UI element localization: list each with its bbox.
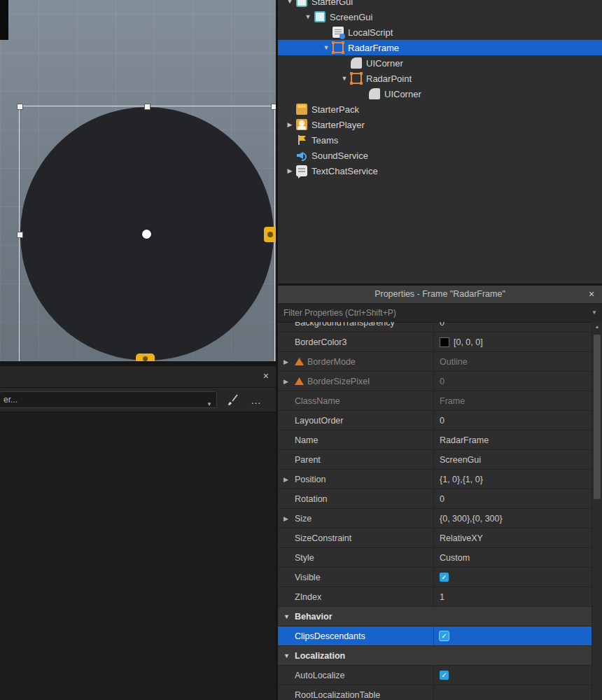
chevron-right-icon[interactable]: ▶	[284, 378, 295, 385]
resize-handle-middle-left[interactable]	[17, 232, 23, 238]
tree-item-startergui[interactable]: ▼StarterGui	[278, 0, 602, 9]
scrollbar-up-arrow-icon[interactable]: ▲	[592, 322, 602, 332]
resize-handle-top-right[interactable]	[271, 104, 276, 110]
chevron-down-icon[interactable]: ▼	[284, 0, 296, 5]
tree-item-teams[interactable]: Teams	[278, 132, 602, 148]
property-value-cell[interactable]: ✓	[434, 568, 592, 587]
chevron-down-icon[interactable]: ▼	[284, 613, 295, 620]
filter-properties-input[interactable]	[278, 304, 602, 322]
property-row-visible[interactable]: Visible✓	[278, 568, 592, 587]
tree-item-starterpack[interactable]: StarterPack	[278, 102, 602, 117]
resize-handle-top-middle[interactable]	[144, 104, 150, 110]
tree-item-radarframe[interactable]: ▼RadarFrame	[278, 40, 602, 55]
tree-item-label: StarterGui	[312, 0, 353, 7]
chevron-down-icon[interactable]: ▼	[302, 13, 314, 20]
property-row-bordersizepixel[interactable]: ▶BorderSizePixel0	[278, 372, 592, 391]
property-value-cell[interactable]: RadarFrame	[434, 430, 592, 449]
ui-handle-badge-bottom[interactable]	[136, 354, 155, 361]
chevron-right-icon[interactable]: ▶	[284, 476, 295, 483]
property-value-cell[interactable]: Frame	[434, 391, 592, 410]
property-row-style[interactable]: StyleCustom	[278, 548, 592, 568]
property-row-position[interactable]: ▶Position{1, 0},{1, 0}	[278, 470, 592, 489]
tree-item-soundservice[interactable]: SoundService	[278, 148, 602, 163]
property-row-bordermode[interactable]: ▶BorderModeOutline	[278, 352, 592, 372]
properties-scrollbar[interactable]: ▲	[592, 322, 602, 700]
property-name-cell: BackgroundTransparency	[278, 322, 434, 332]
property-value-cell[interactable]: 0	[434, 411, 592, 430]
tree-item-textchatservice[interactable]: ▶TextChatService	[278, 163, 602, 178]
tree-item-starterplayer[interactable]: ▶StarterPlayer	[278, 117, 602, 132]
property-row-autolocalize[interactable]: AutoLocalize✓	[278, 666, 592, 685]
property-value-cell[interactable]: 1	[434, 587, 592, 606]
tree-item-label: UICorner	[366, 58, 403, 69]
property-row-classname[interactable]: ClassNameFrame	[278, 391, 592, 411]
property-value-cell[interactable]	[434, 685, 592, 700]
game-viewport[interactable]	[0, 0, 276, 361]
close-icon[interactable]: ×	[585, 286, 598, 303]
property-value-cell[interactable]: Custom	[434, 548, 592, 567]
color-swatch[interactable]	[440, 337, 449, 347]
checkbox-checked-icon[interactable]: ✓	[440, 631, 449, 640]
property-row-rootlocalizationtable[interactable]: RootLocalizationTable	[278, 685, 592, 700]
chevron-down-icon: ▼	[206, 397, 212, 412]
properties-title: Properties - Frame "RadarFrame"	[374, 289, 505, 299]
checkbox-checked-icon[interactable]: ✓	[440, 573, 449, 582]
tree-item-uicorner[interactable]: UICorner	[278, 86, 602, 102]
property-row-bordercolor3[interactable]: BorderColor3[0, 0, 0]	[278, 332, 592, 352]
property-value-cell[interactable]: {0, 300},{0, 300}	[434, 509, 592, 528]
section-header-behavior[interactable]: ▼Behavior	[278, 607, 592, 626]
property-value-cell[interactable]: [0, 0, 0]	[434, 332, 592, 351]
chevron-down-icon[interactable]: ▼	[338, 75, 351, 82]
property-value: Custom	[440, 553, 470, 563]
resize-handle-top-left[interactable]	[17, 104, 23, 110]
property-row-rotation[interactable]: Rotation0	[278, 489, 592, 509]
property-row-zindex[interactable]: ZIndex1	[278, 587, 592, 607]
bottom-panel: × er... ▼ …	[0, 366, 276, 700]
tree-item-screengui[interactable]: ▼ScreenGui	[278, 9, 602, 24]
brush-icon[interactable]	[227, 393, 241, 407]
frame-icon	[332, 42, 344, 53]
property-row-size[interactable]: ▶Size{0, 300},{0, 300}	[278, 509, 592, 528]
chevron-right-icon[interactable]: ▶	[284, 515, 295, 522]
property-row-layoutorder[interactable]: LayoutOrder0	[278, 411, 592, 430]
property-row-backgroundtransparency[interactable]: BackgroundTransparency0	[278, 322, 592, 332]
property-value-cell[interactable]: 0	[434, 489, 592, 508]
chevron-right-icon[interactable]: ▶	[284, 121, 296, 128]
property-value-cell[interactable]: 0	[434, 372, 592, 391]
checkbox-checked-icon[interactable]: ✓	[440, 671, 449, 680]
section-header-localization[interactable]: ▼Localization	[278, 646, 592, 666]
property-value-cell[interactable]: ✓	[434, 666, 592, 685]
chevron-right-icon[interactable]: ▶	[284, 358, 295, 365]
property-value: {0, 300},{0, 300}	[440, 514, 503, 524]
property-row-parent[interactable]: ParentScreenGui	[278, 450, 592, 470]
section-label: Behavior	[295, 612, 332, 622]
chevron-down-icon[interactable]: ▼	[320, 44, 332, 51]
tree-item-uicorner[interactable]: UICorner	[278, 55, 602, 71]
property-row-sizeconstraint[interactable]: SizeConstraintRelativeXY	[278, 528, 592, 548]
property-value: [0, 0, 0]	[454, 337, 483, 347]
tree-item-label: ScreenGui	[330, 12, 372, 22]
property-value-cell[interactable]: 0	[434, 322, 592, 332]
chevron-down-icon[interactable]: ▼	[592, 309, 597, 316]
property-row-clipsdescendants[interactable]: ClipsDescendants✓	[278, 626, 592, 646]
property-value-cell[interactable]: Outline	[434, 352, 592, 371]
tree-item-radarpoint[interactable]: ▼RadarPoint	[278, 71, 602, 86]
filter-dropdown[interactable]: er... ▼	[0, 391, 217, 408]
ui-handle-badge-right[interactable]	[264, 227, 276, 242]
tree-item-label: LocalScript	[348, 27, 393, 38]
chevron-down-icon[interactable]: ▼	[284, 652, 295, 659]
close-icon[interactable]: ×	[263, 370, 269, 382]
property-name: AutoLocalize	[295, 671, 345, 680]
filter-dropdown-value: er...	[4, 395, 18, 405]
property-value-cell[interactable]: {1, 0},{1, 0}	[434, 470, 592, 489]
more-options-button[interactable]: …	[251, 394, 261, 406]
tree-item-localscript[interactable]: LocalScript	[278, 24, 602, 40]
scrollbar-thumb[interactable]	[594, 335, 601, 499]
property-name: Name	[295, 435, 318, 445]
chevron-right-icon[interactable]: ▶	[284, 167, 296, 174]
property-value-cell[interactable]: RelativeXY	[434, 528, 592, 547]
textchatservice-icon	[296, 165, 307, 176]
property-row-name[interactable]: NameRadarFrame	[278, 430, 592, 450]
property-value-cell[interactable]: ✓	[434, 626, 592, 645]
property-value-cell[interactable]: ScreenGui	[434, 450, 592, 469]
